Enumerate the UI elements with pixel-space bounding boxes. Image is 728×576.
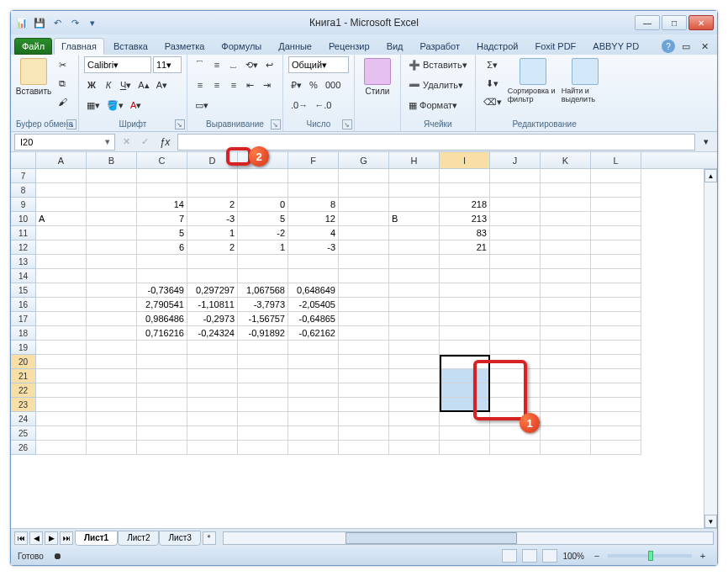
cell-C20[interactable]: [137, 355, 187, 369]
cell-I23[interactable]: [440, 398, 490, 412]
cell-E12[interactable]: 1: [238, 240, 288, 255]
cell-A19[interactable]: [36, 341, 87, 355]
cell-E21[interactable]: [238, 369, 288, 383]
cell-H21[interactable]: [389, 369, 440, 383]
cell-I17[interactable]: [440, 312, 490, 326]
cell-H10[interactable]: B: [389, 212, 440, 226]
row-header-18[interactable]: 18: [11, 326, 36, 341]
cell-D23[interactable]: [187, 398, 238, 412]
save-icon[interactable]: 💾: [32, 15, 47, 30]
row-header-10[interactable]: 10: [11, 212, 36, 226]
cell-E20[interactable]: [238, 355, 288, 369]
cell-G22[interactable]: [339, 383, 389, 398]
cell-J19[interactable]: [490, 341, 541, 355]
row-header-15[interactable]: 15: [11, 283, 36, 298]
zoom-out-icon[interactable]: −: [589, 547, 604, 564]
cell-F17[interactable]: -0,64865: [288, 312, 339, 326]
merge-center-icon[interactable]: ▭▾: [193, 97, 211, 114]
row-header-9[interactable]: 9: [11, 198, 36, 212]
cell-G15[interactable]: [339, 283, 389, 298]
cell-A22[interactable]: [36, 383, 87, 398]
cell-K21[interactable]: [541, 369, 591, 383]
cell-C19[interactable]: [137, 341, 187, 355]
formula-input[interactable]: [177, 134, 695, 151]
cell-F10[interactable]: 12: [288, 212, 339, 226]
cell-A9[interactable]: [36, 198, 87, 212]
cell-E22[interactable]: [238, 383, 288, 398]
cell-D24[interactable]: [187, 412, 238, 426]
cell-G21[interactable]: [339, 369, 389, 383]
cell-D22[interactable]: [187, 383, 238, 398]
cell-I13[interactable]: [440, 255, 490, 269]
cell-I20[interactable]: [440, 355, 490, 369]
cell-H16[interactable]: [389, 298, 440, 312]
cell-B8[interactable]: [87, 183, 137, 198]
cell-G20[interactable]: [339, 355, 389, 369]
cell-C22[interactable]: [137, 383, 187, 398]
cell-L26[interactable]: [591, 441, 641, 455]
cell-J23[interactable]: [490, 398, 541, 412]
macro-record-icon[interactable]: ⏺: [50, 547, 66, 564]
row-header-14[interactable]: 14: [11, 269, 36, 283]
row-header-20[interactable]: 20: [11, 355, 36, 369]
cell-K19[interactable]: [541, 341, 591, 355]
undo-icon[interactable]: ↶: [50, 15, 65, 30]
cell-I7[interactable]: [440, 169, 490, 183]
cell-B11[interactable]: [87, 226, 137, 240]
row-header-21[interactable]: 21: [11, 369, 36, 383]
cell-B24[interactable]: [87, 412, 137, 426]
cell-B7[interactable]: [87, 169, 137, 183]
cell-G10[interactable]: [339, 212, 389, 226]
number-format-combo[interactable]: Общий▾: [288, 56, 349, 73]
cell-C15[interactable]: -0,73649: [137, 283, 187, 298]
cell-J22[interactable]: [490, 383, 541, 398]
cell-G13[interactable]: [339, 255, 389, 269]
format-painter-icon[interactable]: 🖌: [55, 93, 70, 110]
cell-L15[interactable]: [591, 283, 641, 298]
cell-F19[interactable]: [288, 341, 339, 355]
cell-L17[interactable]: [591, 312, 641, 326]
cell-I12[interactable]: 21: [440, 240, 490, 255]
cell-I11[interactable]: 83: [440, 226, 490, 240]
row-header-22[interactable]: 22: [11, 383, 36, 398]
comma-icon[interactable]: 000: [323, 77, 343, 93]
cell-B19[interactable]: [87, 341, 137, 355]
font-dialog-icon[interactable]: ↘: [175, 119, 185, 129]
cell-L13[interactable]: [591, 255, 641, 269]
cell-E7[interactable]: [238, 169, 288, 183]
cell-D19[interactable]: [187, 341, 238, 355]
scroll-up-icon[interactable]: ▲: [704, 169, 717, 182]
cell-A10[interactable]: A: [36, 212, 87, 226]
cell-B16[interactable]: [87, 298, 137, 312]
cell-H15[interactable]: [389, 283, 440, 298]
fill-icon[interactable]: ⬇▾: [481, 75, 504, 92]
cell-H24[interactable]: [389, 412, 440, 426]
rows-area[interactable]: 7891420821810A7-3512B2131151-248312621-3…: [11, 169, 717, 528]
cell-H13[interactable]: [389, 255, 440, 269]
redo-icon[interactable]: ↷: [67, 15, 82, 30]
cell-C14[interactable]: [137, 269, 187, 283]
cell-F7[interactable]: [288, 169, 339, 183]
font-size-combo[interactable]: 11▾: [153, 56, 182, 73]
cell-A20[interactable]: [36, 355, 87, 369]
cell-K11[interactable]: [541, 226, 591, 240]
cell-F8[interactable]: [288, 183, 339, 198]
cell-D11[interactable]: 1: [187, 226, 238, 240]
cell-A21[interactable]: [36, 369, 87, 383]
select-all-corner[interactable]: [11, 152, 36, 168]
cell-J13[interactable]: [490, 255, 541, 269]
cell-D15[interactable]: 0,297297: [187, 283, 238, 298]
col-header-K[interactable]: K: [541, 152, 591, 168]
cell-K22[interactable]: [541, 383, 591, 398]
insert-cells-button[interactable]: ➕ Вставить▾: [406, 56, 470, 73]
cell-H22[interactable]: [389, 383, 440, 398]
cell-F16[interactable]: -2,05405: [288, 298, 339, 312]
cell-I19[interactable]: [440, 341, 490, 355]
cell-I8[interactable]: [440, 183, 490, 198]
align-center-icon[interactable]: ≡: [209, 77, 224, 93]
cell-C24[interactable]: [137, 412, 187, 426]
bold-icon[interactable]: Ж: [84, 77, 99, 93]
cell-D25[interactable]: [187, 426, 238, 441]
cell-H19[interactable]: [389, 341, 440, 355]
cell-B23[interactable]: [87, 398, 137, 412]
